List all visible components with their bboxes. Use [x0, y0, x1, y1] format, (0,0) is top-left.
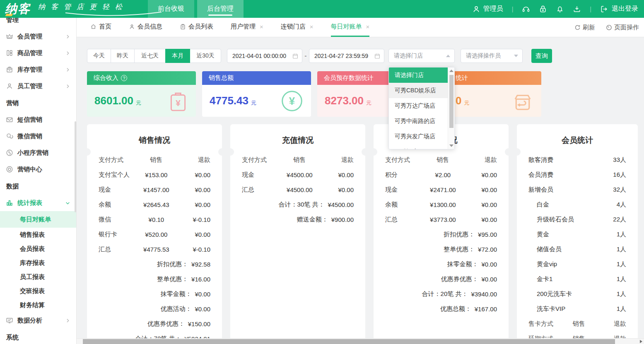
pay-method: 微信 — [99, 216, 138, 224]
quick-thismonth-button[interactable]: 本月 — [165, 49, 190, 63]
tab-home[interactable]: 首页 — [90, 18, 111, 37]
sidebar-item-marketing-center[interactable]: 营销中心 — [0, 161, 76, 178]
lock-icon[interactable] — [539, 5, 547, 13]
stat-value: 1人 — [617, 231, 626, 238]
sidebar-item-statistics-reports[interactable]: 统计报表 — [0, 195, 76, 211]
notch — [505, 148, 512, 156]
tab-daily-reconciliation[interactable]: 每日对账单 × — [331, 18, 370, 37]
list-item: 白金 4人 — [517, 197, 638, 212]
tab-member-info[interactable]: 会员信息 — [129, 18, 162, 37]
dropdown-option-store[interactable]: 可秀中南路的店 — [389, 113, 448, 129]
dropdown-option-store[interactable]: 可秀兴发广场店 — [389, 129, 448, 144]
sidebar-item-wechat-marketing[interactable]: 微信营销 — [0, 128, 76, 144]
dropdown-option-store[interactable]: 可秀门店 — [389, 144, 448, 149]
sales-amount: ¥2645.43 — [138, 201, 174, 208]
quick-yesterday-button[interactable]: 昨天 — [111, 49, 135, 63]
close-icon[interactable]: × — [366, 23, 370, 30]
summary-label: 整单优惠： — [157, 275, 188, 283]
table-row: 汇总 ¥4500.00 ¥0.00 — [230, 182, 365, 197]
scroll-down-icon[interactable] — [449, 144, 453, 147]
dropdown-option-store[interactable]: 可秀CBD娱乐店 — [389, 83, 448, 98]
summary-row: 合计：20笔 共： ¥3940.00 — [374, 286, 509, 301]
table-row: 余额 ¥1300.00 ¥0.00 — [374, 197, 509, 212]
sidebar-item-miniprogram-marketing[interactable]: 小程序营销 — [0, 144, 76, 161]
sidebar-item-member-management[interactable]: 会员管理 — [0, 28, 76, 45]
sidebar-item-goods-management[interactable]: 商品管理 — [0, 45, 76, 61]
dropdown-scrollbar[interactable] — [448, 67, 454, 149]
dropdown-option-placeholder[interactable]: 请选择门店 — [389, 67, 448, 83]
tab-member-list[interactable]: 会员列表 — [180, 18, 213, 37]
sidebar-item-staff-report[interactable]: 员工报表 — [0, 270, 76, 284]
sidebar-item-sms-marketing[interactable]: 短信营销 — [0, 111, 76, 128]
pay-method: 汇总 — [99, 245, 138, 253]
sidebar-item-staff-management[interactable]: 员工管理 — [0, 78, 76, 94]
date-from-input[interactable]: 2021-04-01 00:00:00 — [227, 49, 302, 63]
card-unit: 元 — [366, 99, 371, 107]
summary-value: ¥4500.00 — [328, 201, 354, 208]
sidebar-scrollbar[interactable] — [75, 121, 76, 212]
quick-range-group: 今天 昨天 近七天 本月 近30天 — [87, 49, 221, 63]
inventory-box-icon — [6, 66, 13, 73]
pay-method: 现金 — [385, 186, 425, 194]
tab-label: 用户管理 — [231, 23, 256, 31]
pay-method: 积分 — [385, 171, 425, 179]
refund-amount: ¥0.00 — [318, 186, 354, 193]
notch — [362, 148, 369, 156]
close-icon[interactable]: × — [260, 23, 263, 30]
logout-button[interactable]: 退出登录 — [600, 5, 638, 13]
sidebar-section-system: 系统 — [0, 329, 76, 344]
operator-select[interactable]: 请选择操作员 — [461, 49, 523, 63]
sidebar-item-data-analysis[interactable]: 数据分析 — [0, 312, 76, 329]
bell-icon[interactable] — [556, 5, 564, 13]
chevron-right-icon — [65, 318, 70, 323]
sidebar-item-daily-reconciliation[interactable]: 每日对账单 — [0, 211, 76, 228]
refund-amount: ¥0.00 — [318, 171, 354, 178]
goods-icon — [6, 49, 13, 57]
horizontal-scrollbar[interactable] — [77, 338, 644, 344]
scroll-right-icon[interactable] — [640, 340, 642, 343]
panel-title: 会员统计 — [517, 124, 638, 145]
sidebar: 管理 会员管理 商品管理 库存管理 员工管理 — [0, 18, 77, 344]
store-select[interactable]: 请选择门店 — [388, 49, 455, 63]
sidebar-item-finance-settlement[interactable]: 财务结算 — [0, 298, 76, 312]
pay-method: 汇总 — [242, 186, 282, 194]
sidebar-item-inventory-management[interactable]: 库存管理 — [0, 61, 76, 78]
refresh-button[interactable]: 刷新 — [574, 24, 595, 31]
user-menu[interactable]: 管理员 — [472, 5, 503, 13]
nav-back-admin[interactable]: 后台管理 — [197, 0, 244, 18]
date-to-input[interactable]: 2021-04-27 23:59:59 — [309, 49, 384, 63]
download-icon[interactable] — [573, 5, 581, 13]
quick-today-button[interactable]: 今天 — [87, 49, 111, 63]
search-button[interactable]: 查询 — [531, 49, 552, 63]
summary-value: ¥3940.00 — [471, 291, 497, 298]
close-icon[interactable]: × — [310, 23, 314, 30]
scrollbar-thumb[interactable] — [83, 339, 615, 344]
refund-amount: ¥0.00 — [174, 201, 210, 208]
scrollbar-thumb[interactable] — [449, 75, 453, 128]
card-total-sales: 销售总额 4775.43 元 ¥ — [202, 71, 311, 117]
list-item: 散客消费 33人 — [517, 152, 638, 167]
card-value: 8601.00 — [94, 94, 133, 107]
page-operations-button[interactable]: 页面操作 — [606, 24, 639, 31]
panel-title: 充值情况 — [230, 124, 365, 145]
quick-last7days-button[interactable]: 近七天 — [134, 49, 166, 63]
scroll-up-icon[interactable] — [449, 70, 453, 72]
tab-label: 首页 — [99, 23, 111, 31]
tab-chain-stores[interactable]: 连锁门店 × — [281, 18, 314, 37]
help-icon[interactable]: ? — [121, 75, 127, 81]
sales-amount: ¥1457.00 — [138, 186, 174, 193]
sidebar-inner: 管理 会员管理 商品管理 库存管理 员工管理 — [0, 18, 76, 344]
tab-user-management[interactable]: 用户管理 × — [231, 18, 263, 37]
summary-value: ¥150.00 — [188, 320, 210, 327]
headset-icon[interactable] — [522, 5, 530, 13]
sales-amount: ¥2471.00 — [425, 186, 461, 193]
sidebar-item-shift-report[interactable]: 交班报表 — [0, 284, 76, 298]
dropdown-option-store[interactable]: 可秀万达广场店 — [389, 98, 448, 113]
sidebar-item-member-report[interactable]: 会员报表 — [0, 242, 76, 256]
pay-method: 支付宝个人 — [99, 171, 138, 179]
sidebar-item-sales-report[interactable]: 销售报表 — [0, 228, 76, 242]
sidebar-item-inventory-report[interactable]: 库存报表 — [0, 256, 76, 270]
quick-last30days-button[interactable]: 近30天 — [190, 49, 221, 63]
topbar-nav: 前台收银 后台管理 — [148, 0, 244, 18]
nav-front-cashier[interactable]: 前台收银 — [148, 0, 194, 18]
